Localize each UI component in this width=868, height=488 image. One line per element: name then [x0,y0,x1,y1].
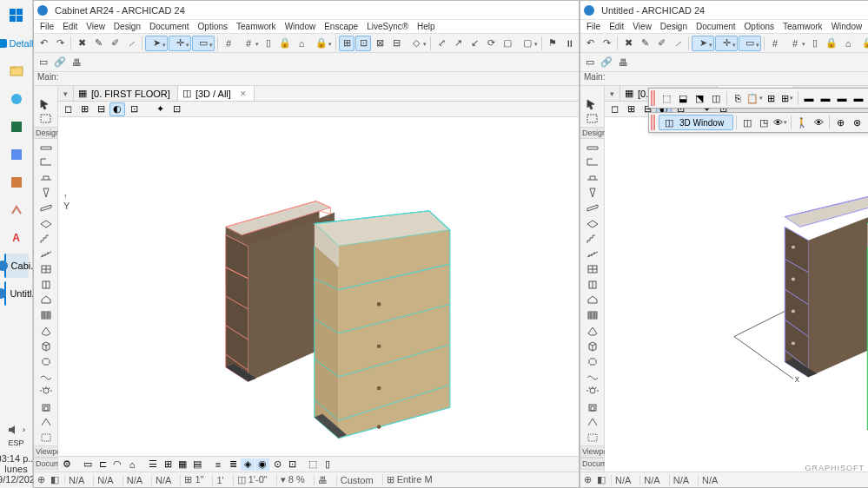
lock-icon[interactable]: 🔒 [277,36,293,51]
roof-tool-icon[interactable] [583,261,602,277]
print-icon[interactable]: 🖶 [69,55,84,70]
walk-icon[interactable]: 🚶 [794,115,810,130]
tab-3d-all[interactable]: ◫ [3D / All] ✕ [178,86,255,101]
array-dd[interactable]: ⊞ [779,90,795,106]
grid-dd-icon[interactable]: # [237,36,260,51]
more-2-icon[interactable] [583,430,602,445]
arrow-dd-icon[interactable]: ➤ [145,36,168,51]
opening-tool-icon[interactable] [36,399,56,415]
redo-icon[interactable]: ↷ [599,36,614,51]
more-2-icon[interactable] [36,430,56,445]
menu-edit[interactable]: Edit [60,22,80,31]
door-tool-icon[interactable] [583,155,602,170]
taskbar-item-app3[interactable] [4,198,29,222]
suspend-icon[interactable]: ⏸ [561,36,577,51]
taskbar-item-app1[interactable] [4,142,29,167]
print-icon[interactable]: 🖶 [615,55,631,70]
grid-dd-icon[interactable]: # [784,36,806,51]
stair-tool-icon[interactable] [36,231,56,247]
column-tool-icon[interactable] [583,185,602,201]
align-2[interactable]: ⬓ [675,90,691,106]
paste-dd[interactable]: 📋 [746,90,762,106]
rb-16[interactable]: ▯ [321,458,335,471]
lock-dd-icon[interactable]: 🔒 [857,36,868,51]
plan-dd-icon[interactable]: ▭ [739,36,761,51]
wall-tool-icon[interactable] [583,139,602,155]
titlebar-right[interactable]: Untitled - ARCHICAD 24 — ▢ ✕ [580,1,868,20]
menu-document[interactable]: Document [693,22,739,31]
crosshair-dd-icon[interactable]: ✛ [715,36,738,51]
taskbar-item-app2[interactable] [4,170,29,195]
array-icon[interactable]: ⊞ [763,90,779,106]
beam-tool-icon[interactable] [36,201,56,216]
mesh-tool-icon[interactable] [583,369,602,385]
menu-view[interactable]: View [630,22,654,31]
toolbar-grip-icon[interactable] [651,115,656,130]
rb-8[interactable]: ▤ [190,458,204,471]
menu-enscape[interactable]: Enscape [321,22,361,31]
sheet-icon[interactable]: ▯ [261,36,276,51]
rb-4[interactable]: ⌂ [125,458,139,471]
lamp-tool-icon[interactable] [36,384,56,399]
lamp-tool-icon[interactable] [583,384,602,399]
rb-1[interactable]: ▭ [81,458,95,471]
snap-dd-icon[interactable]: ◇ [405,36,427,51]
snap-3-icon[interactable]: ⊠ [372,36,388,51]
shell-tool-icon[interactable] [36,277,56,293]
guide-dd-icon[interactable]: ▢ [516,36,539,51]
link-icon[interactable]: 🔗 [52,55,68,70]
menu-options[interactable]: Options [195,22,230,31]
zone-tool-icon[interactable] [583,353,602,369]
link-icon[interactable]: 🔗 [599,55,614,70]
brush-icon[interactable]: ✐ [653,36,669,51]
mt-4[interactable]: ◐ [109,102,125,116]
menu-options[interactable]: Options [742,22,777,31]
curtain-tool-icon[interactable] [36,307,56,323]
flag-icon[interactable]: ⚑ [545,36,560,51]
toolbar-grip-icon[interactable] [651,90,656,106]
lock-dd-icon[interactable]: 🔒 [310,36,333,51]
menu-design[interactable]: Design [111,22,143,31]
object-tool-icon[interactable] [583,338,602,353]
guide-1-icon[interactable]: ⤢ [434,36,449,51]
arrow-tool-icon[interactable] [583,96,602,112]
menu-livesync[interactable]: LiveSync® [364,22,411,31]
tab-list-dd[interactable]: ▾ [605,86,620,101]
copy-icon[interactable]: ⎘ [730,90,745,106]
menu-document[interactable]: Document [147,22,192,31]
grid-icon[interactable]: # [767,36,783,51]
mt-2[interactable]: ⊞ [76,102,92,116]
opening-tool-icon[interactable] [583,399,602,415]
menu-teamwork[interactable]: Teamwork [234,22,279,31]
snap-2-icon[interactable]: ⊡ [355,36,371,51]
menu-design[interactable]: Design [658,22,690,31]
window-tool-icon[interactable] [583,169,602,185]
measure-icon[interactable]: ⟋ [670,36,686,51]
mt-7[interactable]: ⊡ [169,102,184,116]
orbit-1[interactable]: ⊕ [832,115,848,130]
morph-tool-icon[interactable] [36,323,56,339]
object-tool-icon[interactable] [36,338,56,353]
zone-tool-icon[interactable] [36,353,56,369]
taskbar-item-explorer[interactable] [4,59,29,83]
menu-teamwork[interactable]: Teamwork [780,22,825,31]
tab-floor-plan[interactable]: ▦ [0. FIRST FLOOR] [74,86,178,101]
mt-2[interactable]: ⊞ [623,102,639,116]
view-dd[interactable]: 👁 [772,115,788,130]
taskbar-item-excel[interactable] [4,115,29,139]
wall-tool-icon[interactable] [36,139,56,155]
skylight-tool-icon[interactable] [583,292,602,307]
axo-icon[interactable]: ◳ [756,115,772,130]
snap-4-icon[interactable]: ⊟ [388,36,404,51]
shell-tool-icon[interactable] [583,277,602,293]
guide-4-icon[interactable]: ⟳ [483,36,499,51]
home-icon[interactable]: ⌂ [840,36,856,51]
rb-gear[interactable]: ⚙ [60,458,74,471]
rb-13[interactable]: ⊙ [270,458,284,471]
guide-3-icon[interactable]: ↙ [467,36,482,51]
snap-1-icon[interactable]: ⊞ [339,36,354,51]
dist-3[interactable]: ▬ [834,90,850,106]
explore-icon[interactable]: 👁 [811,115,826,130]
align-1[interactable]: ⬚ [659,90,674,106]
marquee-tool-icon[interactable] [583,111,602,127]
